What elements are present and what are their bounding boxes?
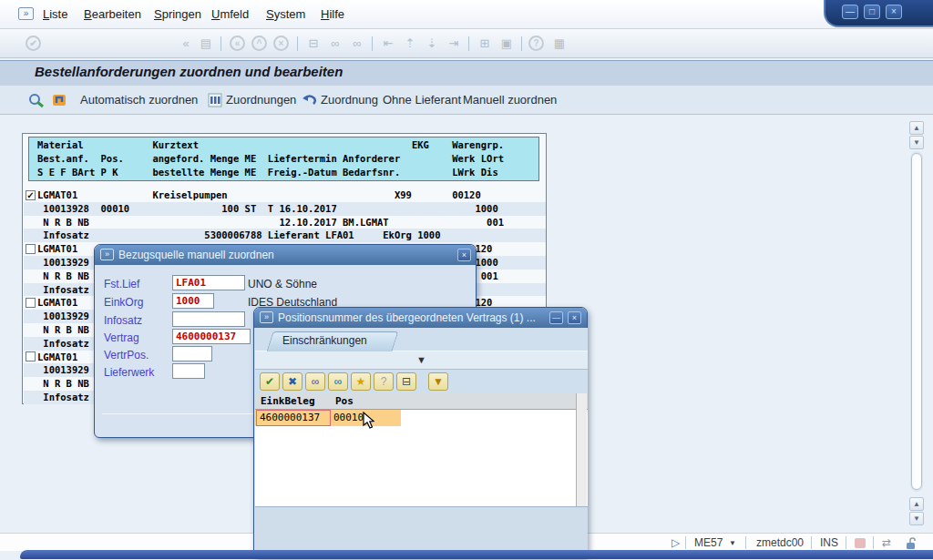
row-checkbox[interactable] [26,351,36,361]
maximize-button[interactable]: □ [864,5,880,19]
row-checkbox[interactable]: ✓ [26,190,36,200]
add-favorite-icon[interactable]: ★ [351,372,371,391]
print-icon[interactable]: ⊟ [396,372,416,391]
prev-page-icon[interactable]: ⇡ [401,36,419,52]
next-page-icon[interactable]: ⇣ [423,36,441,52]
message-play-icon[interactable]: ▷ [672,536,680,549]
last-page-icon[interactable]: ⇥ [445,36,463,52]
list-header-line: Best.anf. Pos. angeford. Menge ME Liefer… [37,152,538,166]
transaction-dropdown-icon[interactable]: ▼ [729,539,736,547]
dialog-titlebar[interactable]: Positionsnummer des übergeordneten Vertr… [254,308,587,328]
collapse-icon[interactable]: « [177,36,195,52]
pos-cell[interactable]: 00010 [333,411,364,425]
infosatz-input[interactable] [172,311,245,327]
print-icon[interactable]: ⊟ [304,36,323,52]
menu-system[interactable]: System [262,6,309,23]
field-label-vertrag: Vertrag [104,331,139,344]
vertical-scrollbar[interactable] [910,151,923,492]
filter-row: ▼ [255,351,588,370]
scroll-up-button[interactable]: ▲ [909,121,924,135]
find-icon[interactable]: ∞ [326,36,344,52]
manual-assign-button[interactable]: Manuell zuordnen [463,93,557,107]
einkorg-input[interactable]: 1000 [172,293,214,309]
exit-icon[interactable]: ^ [251,36,267,51]
customize-icon[interactable]: ▦ [550,36,569,52]
screen-menu-icon[interactable]: » [18,7,34,20]
list-line[interactable]: N R B NB 12.10.2017 BM.LGMAT 001 [24,216,546,229]
row-checkbox[interactable] [26,298,36,308]
fstlief-input[interactable]: LFA01 [172,275,245,290]
vertrag-input[interactable]: 4600000137 [172,329,251,344]
hitlist-scrollbar[interactable] [576,393,587,506]
dialog-menu-icon[interactable]: » [260,311,273,323]
auto-assign-button[interactable]: Automatisch zuordnen [80,93,198,107]
enter-icon[interactable]: ✔ [26,36,41,51]
list-line[interactable]: Infosatz 5300006788 Lieferant LFA01 EkOr… [24,229,546,242]
list-line[interactable]: 10013928 00010 100 ST T 16.10.2017 1000 [24,202,546,216]
field-label-infosatz: Infosatz [104,314,142,327]
first-page-icon[interactable]: ⇤ [379,36,397,52]
menu-umfeld[interactable]: Umfeld [208,6,252,23]
save-icon[interactable]: ▤ [197,36,215,52]
scroll-down-button[interactable]: ▼ [909,136,924,149]
dialog-close-button[interactable]: × [568,311,581,324]
menu-springen[interactable]: Springen [150,6,205,23]
vertrpos-input[interactable] [172,346,212,361]
dialog-menu-icon[interactable]: » [100,249,114,260]
toolbar-separator [297,36,298,51]
minimize-button[interactable]: — [842,5,858,19]
scrollbar-thumb[interactable] [911,153,922,490]
transaction-code[interactable]: ME57 [694,536,723,549]
hitlist: EinkBeleg Pos 4600000137 00010 [255,393,588,506]
status-separator [873,536,874,549]
without-vendor-button[interactable]: Ohne Lieferant [383,93,461,107]
filter-icon[interactable]: ▼ [416,354,426,365]
window-controls: — □ × [824,0,933,27]
column-einkbeleg: EinkBeleg [261,393,315,409]
menu-liste[interactable]: Liste [39,6,71,23]
help-icon[interactable]: ? [528,36,544,51]
toolbar-separator [372,36,373,51]
dialog-titlebar[interactable]: Bezugsquelle manuell zuordnen [95,245,476,265]
cancel-icon[interactable]: ✖ [282,372,302,391]
dialog-close-button[interactable]: × [457,249,471,261]
scroll-up-button-bottom[interactable]: ▲ [909,497,924,511]
list-header: Material Kurztext EKG Warengrp. Best.anf… [28,137,539,181]
list-header-line: S E F BArt P K bestellte Menge ME Freig.… [37,166,538,179]
menu-hilfe[interactable]: Hilfe [317,6,348,23]
find-next-icon[interactable]: ∞ [328,372,348,391]
dialog-minimize-button[interactable]: — [549,311,563,324]
assignments-button[interactable]: Zuordnungen [226,93,296,107]
einkbeleg-cell[interactable]: 4600000137 [256,410,331,426]
personal-list-icon[interactable]: ▼ [428,372,448,391]
sort-icon[interactable] [51,92,69,112]
dialog-toolbar: ✔ ✖ ∞ ∞ ★ ? ⊟ ▼ [255,370,588,393]
vendor-name: UNO & Söhne [248,278,317,290]
list-line[interactable]: LGMAT01 Kreiselpumpen X99 00120 [24,188,546,202]
status-separator [685,536,686,549]
row-checkbox[interactable] [26,244,36,254]
new-session-icon[interactable]: ⊞ [476,36,494,52]
menu-bearbeiten[interactable]: Bearbeiten [80,6,145,23]
find-next-icon[interactable]: ∞ [348,36,366,52]
choose-detail-icon[interactable] [27,92,46,112]
close-button[interactable]: × [886,5,902,19]
find-icon[interactable]: ∞ [305,372,325,391]
list-header-line: Material Kurztext EKG Warengrp. [37,138,538,152]
contract-item-dialog: Positionsnummer des übergeordneten Vertr… [253,307,588,557]
cancel-icon[interactable]: × [273,36,289,51]
shortcut-icon[interactable]: ▣ [497,36,516,52]
field-label-lieferwerk: Lieferwerk [104,366,154,379]
scroll-down-button-bottom[interactable]: ▼ [909,512,924,525]
lieferwerk-input[interactable] [172,363,205,379]
accept-icon[interactable]: ✔ [260,372,280,391]
mouse-cursor [363,412,379,433]
help-icon[interactable]: ? [374,372,394,391]
back-icon[interactable]: « [230,36,245,51]
tab-label[interactable]: Einschränkungen [282,334,367,347]
assignments-icon[interactable] [208,92,222,112]
hitlist-row[interactable]: 4600000137 00010 [255,410,401,426]
undo-assignment-button[interactable]: Zuordnung [321,93,378,107]
undo-assignment-icon[interactable] [301,92,319,112]
window-chrome: » Liste Bearbeiten Springen Umfeld Syste… [0,0,933,29]
